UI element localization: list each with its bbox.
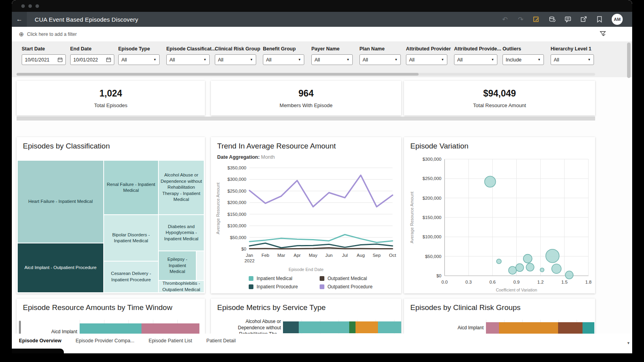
stacked-bar[interactable] — [283, 321, 401, 333]
filter-label: Episode Classificat... — [166, 46, 210, 52]
chevron-down-icon[interactable]: ▼ — [395, 58, 398, 61]
undo-icon[interactable]: ↶ — [501, 16, 508, 23]
bar-segment[interactable] — [141, 323, 199, 334]
date-input[interactable]: 10/01/2022 — [70, 54, 114, 65]
date-input[interactable]: 10/01/2021 — [22, 54, 66, 65]
calendar-icon[interactable] — [106, 57, 111, 62]
dropdown-select[interactable]: All▼ — [118, 54, 160, 65]
dropdown-select[interactable]: Include▼ — [503, 54, 544, 65]
bar-segment[interactable] — [299, 321, 349, 333]
chevron-down-icon[interactable]: ▼ — [538, 58, 541, 61]
tab-episode-patient-list[interactable]: Episode Patient List — [149, 338, 192, 353]
tab-episode-provider-compa[interactable]: Episode Provider Compa... — [76, 338, 134, 353]
treemap-tile[interactable]: Alcohol Abuse or Dependence without Reha… — [158, 160, 204, 215]
filter-value: Include — [506, 57, 521, 63]
dropdown-select[interactable]: All▼ — [359, 54, 401, 65]
treemap-tile[interactable]: Heart Failure - Inpatient Medical — [17, 160, 104, 243]
legend-item[interactable]: Outpatient Procedure — [320, 284, 391, 290]
bar-segment[interactable] — [486, 322, 499, 334]
filter-attributed-provide: Attributed Provide...All▼ — [454, 46, 497, 65]
filter-value: All — [315, 57, 320, 63]
filter-label: Benefit Group — [263, 46, 304, 52]
bar-segment[interactable] — [583, 322, 594, 334]
chevron-down-icon[interactable]: ▼ — [491, 58, 494, 61]
edit-icon[interactable] — [533, 16, 540, 23]
variation-scatter-chart[interactable]: 0.00.30.60.91.21.51.8$300,000$250,000$20… — [406, 154, 592, 293]
calendar-icon[interactable] — [58, 57, 63, 62]
dropdown-select[interactable]: All▼ — [551, 54, 594, 65]
chevron-down-icon[interactable]: ▼ — [441, 58, 444, 61]
treemap-tile[interactable]: Cesarean Delivery - Inpatient Procedure — [104, 261, 158, 293]
chevron-down-icon[interactable]: ▼ — [153, 58, 156, 61]
dataset-icon[interactable] — [549, 16, 556, 23]
add-filter-label[interactable]: Click here to add a filter — [27, 32, 77, 37]
horizontal-scrollbar-thumb[interactable] — [17, 73, 419, 76]
chevron-down-icon[interactable]: ▼ — [298, 58, 301, 61]
chart-title: Episode Variation — [410, 142, 469, 150]
dropdown-select[interactable]: All▼ — [263, 54, 304, 65]
bar-segment[interactable] — [283, 321, 299, 333]
svg-text:$250,000: $250,000 — [227, 189, 246, 193]
scroll-down-icon[interactable]: ▼ — [627, 341, 630, 345]
bar-row-label: Aicd Implant — [20, 329, 77, 334]
svg-text:$200,000: $200,000 — [423, 196, 441, 200]
legend-item[interactable]: Outpatient Medical — [320, 276, 391, 281]
window-dot-2[interactable] — [28, 4, 32, 8]
chevron-down-icon[interactable]: ▼ — [346, 58, 350, 61]
horizontal-scrollbar[interactable] — [17, 73, 595, 76]
filter-value: All — [218, 57, 223, 63]
filter-label: Attributed Provide... — [454, 46, 497, 52]
kpi-card[interactable]: $94,049Total Resource Amount — [404, 81, 595, 115]
dropdown-select[interactable]: All▼ — [406, 54, 447, 65]
chevron-down-icon[interactable]: ▼ — [588, 58, 591, 61]
bar-segment[interactable] — [558, 322, 583, 334]
bar-segment[interactable] — [378, 321, 401, 333]
vertical-scrollbar-thumb[interactable] — [627, 43, 631, 78]
add-filter-plus-icon[interactable]: ⊕ — [19, 31, 24, 38]
svg-text:Average Resource Amount: Average Resource Amount — [216, 182, 220, 234]
trend-line-chart[interactable]: $350,000$300,000$250,000$200,000$150,000… — [214, 163, 397, 266]
bar-segment[interactable] — [499, 322, 558, 334]
export-icon[interactable] — [580, 16, 587, 23]
bar-row-label: Alcohol Abuse orDependence withoutRehabi… — [214, 318, 281, 334]
chevron-down-icon[interactable]: ▼ — [203, 58, 207, 61]
window-dot-1[interactable] — [21, 4, 25, 8]
treemap-tile[interactable]: Renal Failure - Inpatient Medical — [104, 160, 158, 215]
date-aggregation-value[interactable]: Month — [261, 154, 275, 160]
chart-card: Episodes by Clinical Risk GroupsAicd Imp… — [404, 299, 595, 334]
bar-segment[interactable] — [80, 323, 141, 334]
treemap-tile[interactable]: Thrombophlebitis - Outpatient Medical — [158, 280, 204, 293]
dropdown-select[interactable]: All▼ — [166, 54, 210, 65]
tab-patient-detail[interactable]: Patient Detail — [207, 338, 236, 353]
window-dot-3[interactable] — [35, 4, 39, 8]
treemap-tile[interactable]: Epilepsy - Inpatient Medical — [158, 251, 196, 280]
scatter-bubble — [497, 259, 501, 264]
comment-icon[interactable] — [564, 16, 571, 23]
legend-item[interactable]: Inpatient Procedure — [249, 284, 320, 290]
stacked-bar[interactable] — [80, 323, 199, 334]
filter-funnel-icon[interactable] — [599, 30, 606, 39]
kpi-card[interactable]: 1,024Total Episodes — [17, 81, 205, 115]
treemap-tile[interactable] — [196, 251, 204, 280]
dropdown-select[interactable]: All▼ — [311, 54, 353, 65]
kpi-label: Total Episodes — [94, 102, 128, 108]
treemap-tile[interactable]: Diabetes and Hypoglycemia - Inpatient Me… — [158, 215, 204, 251]
svg-text:Coefficient of Variation: Coefficient of Variation — [496, 288, 537, 292]
filter-label: Episode Type — [118, 46, 160, 52]
kpi-card[interactable]: 964Members With Episode — [211, 81, 401, 115]
redo-icon[interactable]: ↷ — [517, 16, 524, 23]
bar-segment[interactable] — [356, 321, 378, 333]
svg-text:Jun: Jun — [325, 253, 333, 258]
treemap-tile[interactable]: Bipolar Disorders - Inpatient Medical — [104, 215, 158, 261]
dropdown-select[interactable]: All▼ — [454, 54, 497, 65]
bar-segment[interactable] — [349, 321, 356, 333]
legend-item[interactable]: Inpatient Medical — [249, 276, 320, 281]
treemap-tile[interactable]: Aicd Implant - Outpatient Procedure — [17, 243, 104, 293]
bookmark-icon[interactable] — [596, 16, 603, 23]
back-button[interactable]: ← — [12, 12, 27, 27]
chevron-down-icon[interactable]: ▼ — [250, 58, 253, 61]
filter-add-row[interactable]: ⊕ Click here to add a filter — [12, 27, 632, 42]
dropdown-select[interactable]: All▼ — [215, 54, 256, 65]
stacked-bar[interactable] — [486, 322, 594, 334]
avatar[interactable]: AM — [612, 14, 623, 25]
